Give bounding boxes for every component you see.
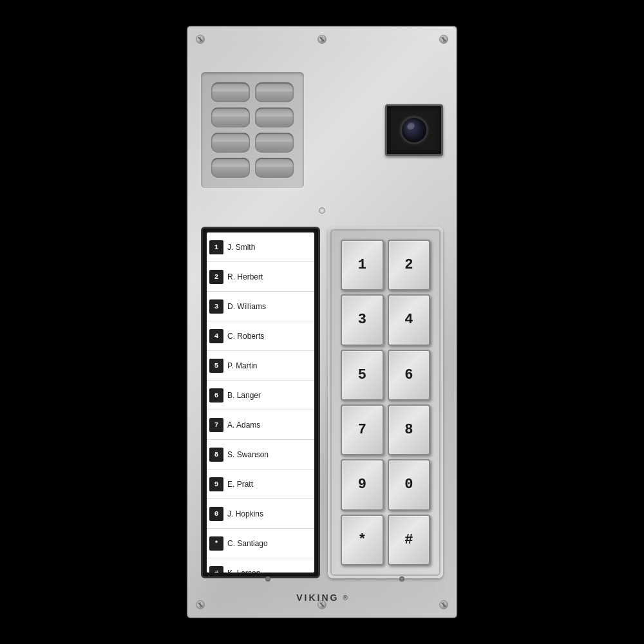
speaker-slot [255, 108, 294, 128]
key-8-button[interactable]: 8 [388, 404, 431, 455]
directory-row[interactable]: 4C. Roberts [207, 321, 314, 351]
screw-middle-top [317, 35, 327, 44]
key-7-button[interactable]: 7 [341, 404, 384, 455]
directory-row[interactable]: 6B. Langer [207, 381, 314, 410]
directory-row[interactable]: 2R. Herbert [207, 262, 314, 292]
directory-name: B. Langer [227, 391, 261, 400]
key-1-button[interactable]: 1 [341, 240, 384, 290]
brand-name: VIKING [296, 592, 339, 603]
speaker-slot [211, 158, 250, 178]
key-6-button[interactable]: 6 [388, 350, 431, 401]
directory-number: 2 [209, 270, 223, 284]
directory-row[interactable]: 5P. Martin [207, 351, 314, 381]
directory-name: C. Santiago [227, 539, 268, 548]
directory-number: 0 [209, 507, 223, 521]
directory-number: 5 [209, 359, 223, 373]
speaker-slot [211, 108, 250, 128]
key-3-button[interactable]: 3 [341, 294, 384, 345]
bottom-indicator-left [265, 576, 270, 582]
keypad-grid: 1234567890*# [333, 232, 438, 573]
key-4-button[interactable]: 4 [388, 294, 431, 345]
speaker-slot [255, 82, 294, 102]
directory-name: S. Swanson [227, 450, 269, 459]
speaker-slot [255, 158, 294, 178]
speaker-grille [201, 72, 304, 188]
camera-housing [385, 104, 443, 156]
directory-number: # [209, 566, 223, 573]
key-star-button[interactable]: * [341, 515, 384, 565]
directory-row[interactable]: 0J. Hopkins [207, 499, 314, 529]
directory-row[interactable]: #K. Larson [207, 558, 314, 573]
speaker-slot [211, 82, 250, 102]
directory-name: J. Hopkins [227, 509, 263, 518]
directory-panel: 1J. Smith2R. Herbert3D. Williams4C. Robe… [201, 227, 320, 578]
directory-row[interactable]: *C. Santiago [207, 529, 314, 558]
directory-name: E. Pratt [227, 480, 253, 489]
directory-row[interactable]: 8S. Swanson [207, 440, 314, 469]
brand-logo: VIKING ® [296, 592, 348, 603]
directory-name: K. Larson [227, 569, 260, 573]
directory-number: 3 [209, 299, 223, 314]
bottom-indicator-right [399, 576, 404, 582]
directory-number: 8 [209, 448, 223, 462]
directory-number: 1 [209, 240, 223, 254]
bottom-section: 1J. Smith2R. Herbert3D. Williams4C. Robe… [201, 227, 443, 578]
screw-bottom-right [439, 600, 448, 609]
key-9-button[interactable]: 9 [341, 459, 384, 510]
screw-bottom-left [196, 600, 205, 609]
directory-name: P. Martin [227, 361, 257, 370]
directory-number: * [209, 536, 223, 551]
brand-symbol: ® [343, 594, 347, 601]
intercom-panel: 1J. Smith2R. Herbert3D. Williams4C. Robe… [187, 26, 457, 618]
directory-name: A. Adams [227, 421, 260, 430]
key-5-button[interactable]: 5 [341, 350, 384, 401]
directory-row[interactable]: 7A. Adams [207, 410, 314, 440]
led-indicator [319, 207, 325, 214]
directory-row[interactable]: 1J. Smith [207, 232, 314, 262]
camera-lens [400, 116, 428, 144]
directory-name: R. Herbert [227, 272, 263, 281]
directory-name: D. Williams [227, 302, 266, 311]
directory-number: 7 [209, 418, 223, 432]
key-pound-button[interactable]: # [388, 515, 431, 565]
key-0-button[interactable]: 0 [388, 459, 431, 510]
directory-number: 9 [209, 477, 223, 491]
directory-number: 4 [209, 329, 223, 343]
screw-top-right [439, 35, 448, 44]
directory-row[interactable]: 3D. Williams [207, 292, 314, 321]
top-section [201, 59, 443, 201]
screw-top-left [196, 35, 205, 44]
keypad-section: 1234567890*# [328, 227, 443, 578]
directory-list: 1J. Smith2R. Herbert3D. Williams4C. Robe… [207, 232, 314, 573]
speaker-slot [255, 133, 294, 153]
directory-name: J. Smith [227, 243, 255, 252]
directory-name: C. Roberts [227, 332, 264, 341]
speaker-slot [211, 133, 250, 153]
key-2-button[interactable]: 2 [388, 240, 431, 290]
directory-row[interactable]: 9E. Pratt [207, 469, 314, 499]
directory-number: 6 [209, 388, 223, 402]
